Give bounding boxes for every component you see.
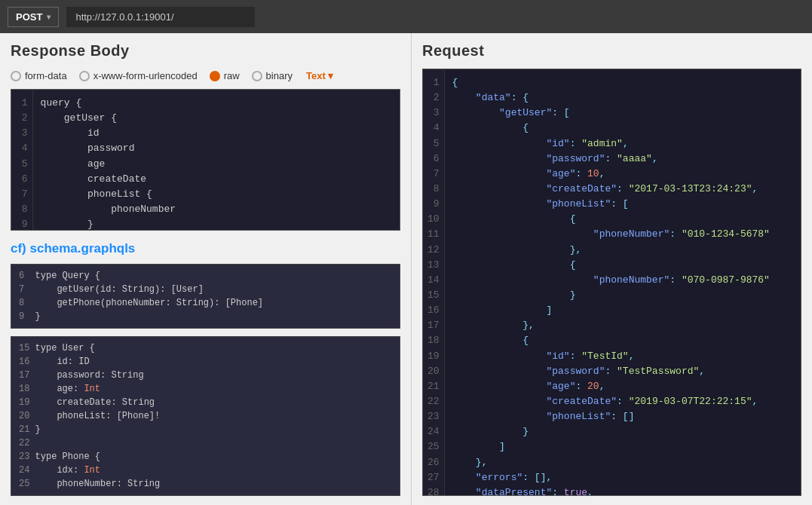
method-label: POST <box>16 11 42 23</box>
query-editor[interactable]: 12345 678910 11 query { getUser { id pas… <box>11 89 400 231</box>
response-body-title: Response Body <box>11 42 400 60</box>
text-type-dropdown[interactable]: Text ▾ <box>306 70 333 81</box>
radio-circle-raw <box>210 71 220 81</box>
radio-circle-binary <box>252 71 262 81</box>
radio-binary[interactable]: binary <box>252 70 293 81</box>
method-chevron: ▾ <box>47 13 51 21</box>
radio-label-urlencoded: x-www-form-urlencoded <box>93 70 198 81</box>
request-json-editor[interactable]: 12345 678910 1112131415 1617181920 21222… <box>422 69 801 496</box>
radio-label-binary: binary <box>266 70 293 81</box>
radio-raw[interactable]: raw <box>210 70 240 81</box>
line-numbers: 12345 678910 11 <box>11 90 33 230</box>
radio-urlencoded[interactable]: x-www-form-urlencoded <box>79 70 198 81</box>
schema-title: cf) schema.graphqls <box>11 241 400 256</box>
query-code[interactable]: query { getUser { id password age create… <box>33 90 400 230</box>
main-content: Response Body form-data x-www-form-urlen… <box>0 33 812 505</box>
right-panel: Request 12345 678910 1112131415 16171819… <box>412 33 812 505</box>
body-type-selector: form-data x-www-form-urlencoded raw bina… <box>11 70 400 81</box>
schema-block-1: 6 type Query { 7 getUser(id: String): [U… <box>11 264 400 329</box>
radio-label-raw: raw <box>224 70 240 81</box>
request-line-numbers: 12345 678910 1112131415 1617181920 21222… <box>423 69 445 495</box>
request-title: Request <box>422 42 801 60</box>
url-display[interactable]: http://127.0.0.1:19001/ <box>66 7 255 27</box>
method-selector[interactable]: POST ▾ <box>8 7 59 27</box>
radio-circle-form-data <box>11 71 21 81</box>
text-type-chevron: ▾ <box>328 70 333 81</box>
left-panel: Response Body form-data x-www-form-urlen… <box>0 33 411 505</box>
radio-label-form-data: form-data <box>25 70 67 81</box>
request-json-code[interactable]: { "data": { "getUser": [ { "id": "admin"… <box>445 69 801 495</box>
radio-circle-urlencoded <box>79 71 90 81</box>
schema-block-2: 15 type User { 16 id: ID 17 password: St… <box>11 336 400 496</box>
radio-form-data[interactable]: form-data <box>11 70 67 81</box>
text-type-label: Text <box>306 70 326 81</box>
top-bar: POST ▾ http://127.0.0.1:19001/ <box>0 0 812 33</box>
